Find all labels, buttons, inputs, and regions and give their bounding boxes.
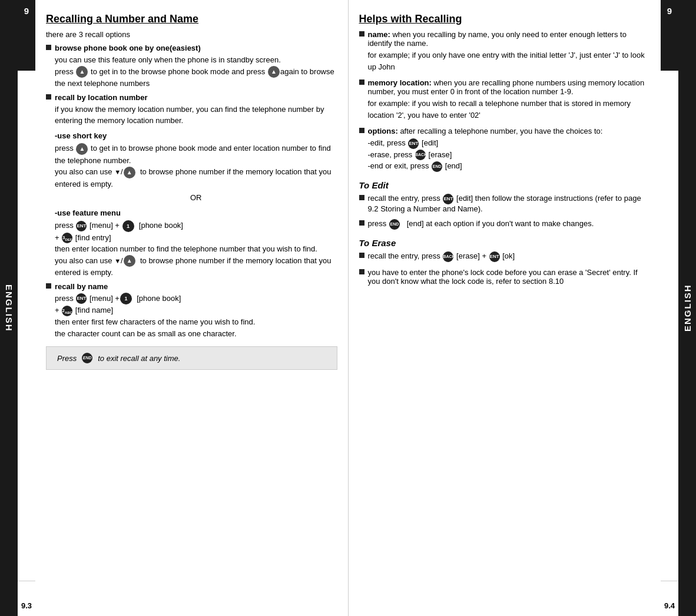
to-erase-bullet-1: recall the entry, press BACK [erase] + E… <box>359 251 651 262</box>
main-content: Recalling a Number and Name there are 3 … <box>35 0 661 616</box>
press-bar: Press END to exit recall at any time. <box>46 346 337 370</box>
to-erase-title: To Erase <box>359 238 651 248</box>
to-edit-section: To Edit recall the entry, press ENT [edi… <box>359 180 651 230</box>
helps-bullet-memory: memory location: when you are recalling … <box>359 78 651 121</box>
helps-bullet-name: name: when you recalling by name, you on… <box>359 30 651 72</box>
back-icon-erase: BACK <box>415 150 426 160</box>
bullet-square-h3 <box>359 128 364 133</box>
bullet-square-3 <box>46 283 51 289</box>
enter-icon-2: ENT <box>76 293 87 304</box>
enter-icon-ok: ENT <box>489 251 500 262</box>
bullet-name: recall by name press ENT [menu] +1 [phon… <box>46 282 337 339</box>
enter-icon-recall: ENT <box>443 194 453 204</box>
bullet-square-e1 <box>359 195 364 200</box>
right-english-tab: ENGLISH <box>678 0 696 616</box>
right-sidebar: 9 9.4 ENGLISH <box>661 0 696 616</box>
bullet-square-h2 <box>359 80 364 85</box>
arrow-updown-icon-1: ▼ <box>114 168 121 175</box>
arrow-updown-icon-2: ▼ <box>114 257 121 264</box>
bullet-square-2 <box>46 94 51 100</box>
helps-bullet-options: options: after recalling a telephone num… <box>359 127 651 172</box>
end-icon-end: END <box>432 161 442 172</box>
helps-title: Helps with Recalling <box>359 13 651 25</box>
to-edit-bullet-2: press END [end] at each option if you do… <box>359 219 651 230</box>
arrow-up-icon-4: ▲ <box>124 167 135 178</box>
or-divider: OR <box>55 192 337 204</box>
bullet-name-body: press ENT [menu] +1 [phone book] + 2ABC … <box>46 293 337 339</box>
bullet-location-title: recall by location number <box>55 93 148 102</box>
press-label: Press <box>57 354 77 363</box>
use-feature-menu-title: -use feature menu <box>55 207 337 219</box>
bullet-square-h1 <box>359 31 364 37</box>
end-icon-edit: END <box>389 219 400 230</box>
arrow-up-icon-3: ▲ <box>76 143 88 155</box>
helps-memory-label: memory location: <box>368 78 432 87</box>
end-icon-pressbar: END <box>82 353 92 363</box>
arrow-up-icon-1: ▲ <box>76 66 88 78</box>
bullet-browse-body: you can use this feature only when the p… <box>46 54 337 90</box>
to-erase-section: To Erase recall the entry, press BACK [e… <box>359 238 651 286</box>
helps-options-label: options: <box>368 127 398 135</box>
arrow-up-icon-2: ▲ <box>268 66 280 78</box>
enter-icon-1: ENT <box>76 221 87 231</box>
left-sidebar: ENGLISH 9 9.3 <box>0 0 35 616</box>
back-icon-erase2: BACK <box>443 251 453 262</box>
left-column: Recalling a Number and Name there are 3 … <box>35 0 349 616</box>
right-section-num: 9 <box>661 0 678 71</box>
to-edit-bullet-1: recall the entry, press ENT [edit] then … <box>359 194 651 213</box>
bullet-browse: browse phone book one by one(easiest) yo… <box>46 44 337 90</box>
to-erase-bullet-2: you have to enter the phone's lock code … <box>359 268 651 286</box>
right-sub-num: 9.4 <box>661 581 678 616</box>
left-english-tab: ENGLISH <box>0 0 18 616</box>
num2-icon-1: 2ABC <box>62 306 72 316</box>
bullet-square-e2 <box>359 220 364 226</box>
helps-name-label: name: <box>368 30 390 39</box>
num3-icon-1: 3DEF <box>62 233 72 243</box>
bullet-location-body: if you know the memory location number, … <box>46 104 337 279</box>
bullet-square-er1 <box>359 253 364 258</box>
use-short-key-title: -use short key <box>55 130 337 142</box>
press-after-label: to exit recall at any time. <box>98 354 180 363</box>
left-title: Recalling a Number and Name <box>46 13 337 25</box>
bullet-browse-title: browse phone book one by one(easiest) <box>55 44 201 52</box>
enter-icon-edit: ENT <box>408 138 419 149</box>
bullet-square-er2 <box>359 269 364 274</box>
arrow-up-icon-5: ▲ <box>124 255 135 267</box>
num1-icon-2: 1 <box>120 293 132 304</box>
to-edit-title: To Edit <box>359 180 651 190</box>
right-column: Helps with Recalling name: when you reca… <box>349 0 661 616</box>
intro-text: there are 3 recall options <box>46 30 337 39</box>
bullet-square-1 <box>46 45 51 50</box>
num1-icon-1: 1 <box>122 220 134 232</box>
bullet-name-title: recall by name <box>55 282 108 291</box>
bullet-location: recall by location number if you know th… <box>46 93 337 279</box>
left-section-num: 9 <box>18 0 35 71</box>
left-sub-num: 9.3 <box>18 581 35 616</box>
